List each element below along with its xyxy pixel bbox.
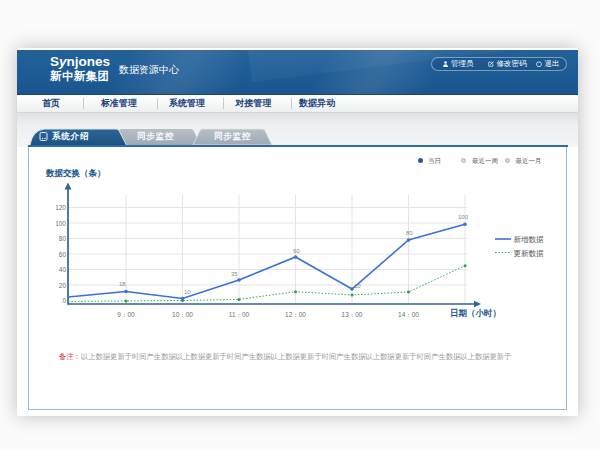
svg-text:日期（小时）: 日期（小时） xyxy=(450,308,501,318)
svg-text:100: 100 xyxy=(55,220,66,227)
svg-text:11：00: 11：00 xyxy=(229,311,250,318)
svg-text:20: 20 xyxy=(59,282,67,289)
svg-text:60: 60 xyxy=(59,251,67,258)
svg-text:10: 10 xyxy=(184,289,191,295)
svg-text:新增数据: 新增数据 xyxy=(514,235,545,244)
svg-text:14：00: 14：00 xyxy=(398,311,419,318)
svg-text:35: 35 xyxy=(231,271,238,277)
svg-text:40: 40 xyxy=(59,266,67,273)
svg-text:13：00: 13：00 xyxy=(342,311,363,318)
svg-text:更新数据: 更新数据 xyxy=(514,249,545,258)
svg-text:12：00: 12：00 xyxy=(285,311,306,318)
svg-text:100: 100 xyxy=(458,214,469,220)
svg-text:10: 10 xyxy=(354,283,361,289)
svg-text:80: 80 xyxy=(59,235,67,242)
svg-text:9：00: 9：00 xyxy=(117,311,135,318)
svg-text:80: 80 xyxy=(406,230,413,236)
svg-text:18: 18 xyxy=(119,281,126,287)
svg-text:120: 120 xyxy=(55,204,66,211)
svg-text:0: 0 xyxy=(62,297,66,304)
svg-text:数据交换（条）: 数据交换（条） xyxy=(45,168,106,178)
svg-text:60: 60 xyxy=(293,248,300,254)
svg-text:10：00: 10：00 xyxy=(172,311,193,318)
